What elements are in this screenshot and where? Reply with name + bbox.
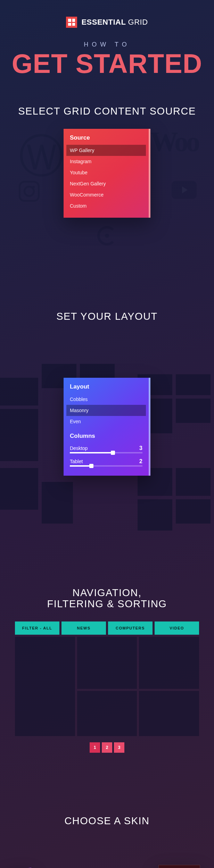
page-1-button[interactable]: 1 [90,742,100,753]
filter-tab-video[interactable]: VIDEO [155,621,199,635]
woocommerce-icon: Woo [150,126,198,158]
grid-cell [77,691,137,736]
columns-row-desktop: Desktop 3 [70,443,142,452]
columns-row-tablet: Tablet 2 [70,456,142,465]
filter-heading-line1: NAVIGATION, [72,587,141,598]
bg-tile [176,374,211,395]
nextgen-icon [97,226,117,245]
section-source: Ⓦ Woo Source WP Gallery Instagram Youtub… [0,129,214,261]
columns-panel-title: Columns [70,433,142,440]
source-panel: Source WP Gallery Instagram Youtube Next… [64,129,150,218]
source-item-nextgen[interactable]: NextGen Gallery [66,178,146,189]
hero-kicker: HOW TO [0,41,214,48]
hero-title: GET STARTED [0,51,214,76]
bg-tile [0,378,38,406]
youtube-icon [172,181,197,199]
pagination: 1 2 3 [15,742,199,753]
columns-slider-tablet[interactable] [70,465,142,467]
bg-tile [176,399,211,423]
source-item-custom[interactable]: Custom [66,200,146,211]
columns-value-tablet: 2 [139,458,142,465]
grid-cell [139,691,199,736]
filter-tab-computers[interactable]: COMPUTERS [108,621,153,635]
section-layout: Layout Cobbles Masonry Even Columns Desk… [0,364,214,537]
section-filter-heading: NAVIGATION, FILTERING & SORTING [0,587,214,610]
page-2-button[interactable]: 2 [102,742,112,753]
filter-heading-line2: FILTERING & SORTING [47,598,167,609]
layout-list: Cobbles Masonry Even [70,394,142,427]
grid-cell [15,637,75,736]
filter-tab-news[interactable]: NEWS [61,621,106,635]
grid-cell [77,637,137,689]
columns-label-desktop: Desktop [70,445,88,451]
grid-cell [139,637,199,689]
brand-logo: ESSENTIAL GRID [0,0,214,37]
instagram-icon [19,181,40,202]
columns-label-tablet: Tablet [70,459,83,464]
layout-item-masonry[interactable]: Masonry [66,405,146,416]
bg-tile [42,482,73,524]
wordpress-icon: Ⓦ [19,126,64,187]
section-skins-heading: CHOOSE A SKIN [0,815,214,827]
filter-tab-all[interactable]: FILTER - ALL [15,621,59,635]
layout-panel: Layout Cobbles Masonry Even Columns Desk… [64,378,150,476]
section-source-heading: SELECT GRID CONTENT SOURCE [0,106,214,117]
section-layout-heading: SET YOUR LAYOUT [0,311,214,322]
bg-tile [138,499,172,531]
section-filter: FILTER - ALL NEWS COMPUTERS VIDEO 1 2 3 [15,621,199,753]
brand-name-bold: ESSENTIAL [81,18,126,26]
bg-tile [176,499,211,524]
bg-tile [0,409,38,461]
hero: HOW TO GET STARTED [0,37,214,97]
filter-grid [15,637,199,736]
layout-panel-title: Layout [70,383,142,390]
source-item-youtube[interactable]: Youtube [66,167,146,178]
layout-item-cobbles[interactable]: Cobbles [66,394,146,405]
layout-item-even[interactable]: Even [66,416,146,427]
bg-tile [0,468,38,510]
source-list: WP Gallery Instagram Youtube NextGen Gal… [70,145,142,211]
source-item-woocommerce[interactable]: WooCommerce [66,189,146,200]
page-3-button[interactable]: 3 [114,742,124,753]
brand-mark-icon [66,17,77,28]
source-panel-title: Source [70,134,142,141]
brand-name-light: GRID [128,18,148,26]
filter-tabs: FILTER - ALL NEWS COMPUTERS VIDEO [15,621,199,635]
columns-value-desktop: 3 [139,445,142,451]
columns-slider-desktop[interactable] [70,452,142,453]
source-item-instagram[interactable]: Instagram [66,156,146,167]
source-item-wpgallery[interactable]: WP Gallery [66,145,146,156]
bg-tile [176,468,211,496]
brand-name: ESSENTIAL GRID [81,18,148,27]
skin-card-top-right [158,865,200,868]
